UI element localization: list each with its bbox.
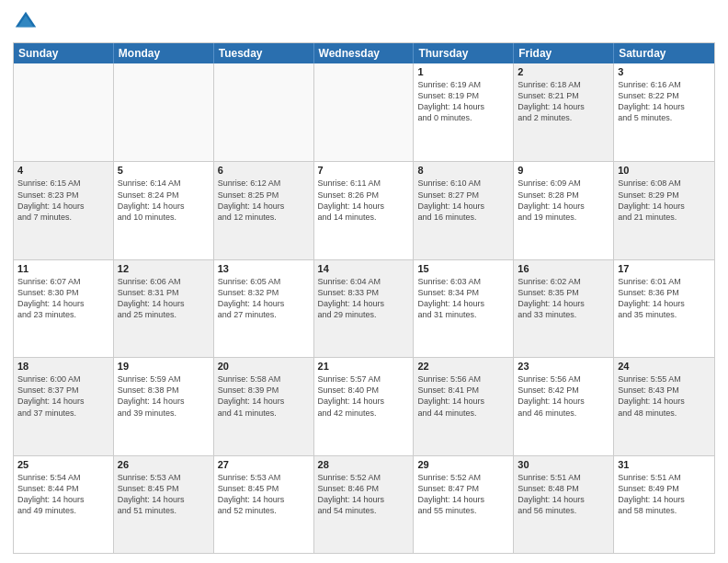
calendar-day-5: 5Sunrise: 6:14 AM Sunset: 8:24 PM Daylig… xyxy=(114,162,214,259)
day-info: Sunrise: 5:59 AM Sunset: 8:38 PM Dayligh… xyxy=(118,373,210,419)
day-number: 3 xyxy=(618,66,711,77)
calendar-day-12: 12Sunrise: 6:06 AM Sunset: 8:31 PM Dayli… xyxy=(114,260,214,357)
day-number: 1 xyxy=(417,66,509,77)
day-number: 17 xyxy=(618,263,711,274)
day-info: Sunrise: 6:07 AM Sunset: 8:30 PM Dayligh… xyxy=(17,276,109,321)
day-info: Sunrise: 5:52 AM Sunset: 8:47 PM Dayligh… xyxy=(417,472,509,517)
day-number: 26 xyxy=(118,459,210,470)
calendar-day-17: 17Sunrise: 6:01 AM Sunset: 8:36 PM Dayli… xyxy=(614,260,714,357)
calendar-day-10: 10Sunrise: 6:08 AM Sunset: 8:29 PM Dayli… xyxy=(614,162,714,259)
day-info: Sunrise: 6:14 AM Sunset: 8:24 PM Dayligh… xyxy=(118,178,210,223)
day-info: Sunrise: 6:08 AM Sunset: 8:29 PM Dayligh… xyxy=(618,178,711,223)
calendar-day-25: 25Sunrise: 5:54 AM Sunset: 8:44 PM Dayli… xyxy=(14,456,114,553)
day-info: Sunrise: 6:04 AM Sunset: 8:33 PM Dayligh… xyxy=(318,276,410,321)
day-number: 11 xyxy=(17,263,109,274)
day-number: 22 xyxy=(417,361,509,372)
day-number: 8 xyxy=(417,165,509,176)
day-info: Sunrise: 6:03 AM Sunset: 8:34 PM Dayligh… xyxy=(417,276,509,321)
weekday-header-sunday: Sunday xyxy=(14,43,114,63)
day-info: Sunrise: 6:18 AM Sunset: 8:21 PM Dayligh… xyxy=(518,79,609,124)
day-number: 27 xyxy=(218,459,310,470)
calendar-row-1: 1Sunrise: 6:19 AM Sunset: 8:19 PM Daylig… xyxy=(14,63,714,161)
calendar-day-3: 3Sunrise: 6:16 AM Sunset: 8:22 PM Daylig… xyxy=(614,63,714,161)
day-info: Sunrise: 6:00 AM Sunset: 8:37 PM Dayligh… xyxy=(17,373,109,419)
day-number: 21 xyxy=(318,361,410,372)
day-number: 18 xyxy=(17,361,109,372)
calendar-day-empty xyxy=(14,63,114,161)
calendar-day-9: 9Sunrise: 6:09 AM Sunset: 8:28 PM Daylig… xyxy=(514,162,614,259)
calendar: SundayMondayTuesdayWednesdayThursdayFrid… xyxy=(13,42,715,554)
weekday-header-tuesday: Tuesday xyxy=(214,43,314,63)
day-info: Sunrise: 6:10 AM Sunset: 8:27 PM Dayligh… xyxy=(417,178,509,223)
calendar-day-13: 13Sunrise: 6:05 AM Sunset: 8:32 PM Dayli… xyxy=(214,260,314,357)
calendar-day-4: 4Sunrise: 6:15 AM Sunset: 8:23 PM Daylig… xyxy=(14,162,114,259)
day-info: Sunrise: 6:15 AM Sunset: 8:23 PM Dayligh… xyxy=(17,178,109,223)
day-number: 16 xyxy=(518,263,609,274)
calendar-row-5: 25Sunrise: 5:54 AM Sunset: 8:44 PM Dayli… xyxy=(14,455,714,553)
day-number: 6 xyxy=(218,165,310,176)
header xyxy=(13,9,715,35)
day-info: Sunrise: 6:11 AM Sunset: 8:26 PM Dayligh… xyxy=(318,178,410,223)
day-info: Sunrise: 6:05 AM Sunset: 8:32 PM Dayligh… xyxy=(218,276,310,321)
day-number: 19 xyxy=(118,361,210,372)
calendar-day-22: 22Sunrise: 5:56 AM Sunset: 8:41 PM Dayli… xyxy=(414,358,514,454)
day-info: Sunrise: 5:51 AM Sunset: 8:49 PM Dayligh… xyxy=(618,472,711,517)
day-info: Sunrise: 6:09 AM Sunset: 8:28 PM Dayligh… xyxy=(518,178,609,223)
day-number: 24 xyxy=(618,361,711,372)
day-info: Sunrise: 5:56 AM Sunset: 8:41 PM Dayligh… xyxy=(417,373,509,419)
weekday-header-monday: Monday xyxy=(114,43,214,63)
day-info: Sunrise: 5:53 AM Sunset: 8:45 PM Dayligh… xyxy=(218,472,310,517)
calendar-day-26: 26Sunrise: 5:53 AM Sunset: 8:45 PM Dayli… xyxy=(114,456,214,553)
day-number: 2 xyxy=(518,66,609,77)
day-info: Sunrise: 6:19 AM Sunset: 8:19 PM Dayligh… xyxy=(417,79,509,124)
calendar-day-7: 7Sunrise: 6:11 AM Sunset: 8:26 PM Daylig… xyxy=(314,162,415,259)
weekday-header-friday: Friday xyxy=(514,43,614,63)
calendar-day-empty xyxy=(114,63,214,161)
calendar-row-4: 18Sunrise: 6:00 AM Sunset: 8:37 PM Dayli… xyxy=(14,357,714,454)
calendar-day-15: 15Sunrise: 6:03 AM Sunset: 8:34 PM Dayli… xyxy=(414,260,514,357)
weekday-header-thursday: Thursday xyxy=(414,43,514,63)
day-info: Sunrise: 5:51 AM Sunset: 8:48 PM Dayligh… xyxy=(518,472,609,517)
calendar-row-3: 11Sunrise: 6:07 AM Sunset: 8:30 PM Dayli… xyxy=(14,259,714,357)
day-number: 12 xyxy=(118,263,210,274)
calendar-day-18: 18Sunrise: 6:00 AM Sunset: 8:37 PM Dayli… xyxy=(14,358,114,454)
day-info: Sunrise: 6:02 AM Sunset: 8:35 PM Dayligh… xyxy=(518,276,609,321)
weekday-header-saturday: Saturday xyxy=(614,43,714,63)
day-number: 14 xyxy=(318,263,410,274)
day-number: 4 xyxy=(17,165,109,176)
calendar-row-2: 4Sunrise: 6:15 AM Sunset: 8:23 PM Daylig… xyxy=(14,161,714,259)
day-info: Sunrise: 6:01 AM Sunset: 8:36 PM Dayligh… xyxy=(618,276,711,321)
calendar-body: 1Sunrise: 6:19 AM Sunset: 8:19 PM Daylig… xyxy=(14,63,714,553)
day-number: 31 xyxy=(618,459,711,470)
calendar-day-14: 14Sunrise: 6:04 AM Sunset: 8:33 PM Dayli… xyxy=(314,260,415,357)
calendar-day-1: 1Sunrise: 6:19 AM Sunset: 8:19 PM Daylig… xyxy=(414,63,514,161)
calendar-day-empty xyxy=(314,63,415,161)
weekday-header-wednesday: Wednesday xyxy=(314,43,415,63)
day-number: 9 xyxy=(518,165,609,176)
calendar-header: SundayMondayTuesdayWednesdayThursdayFrid… xyxy=(14,43,714,63)
day-number: 15 xyxy=(417,263,509,274)
day-info: Sunrise: 5:56 AM Sunset: 8:42 PM Dayligh… xyxy=(518,373,609,419)
day-info: Sunrise: 5:53 AM Sunset: 8:45 PM Dayligh… xyxy=(118,472,210,517)
calendar-day-23: 23Sunrise: 5:56 AM Sunset: 8:42 PM Dayli… xyxy=(514,358,614,454)
day-number: 30 xyxy=(518,459,609,470)
calendar-day-2: 2Sunrise: 6:18 AM Sunset: 8:21 PM Daylig… xyxy=(514,63,614,161)
day-number: 28 xyxy=(318,459,410,470)
day-number: 13 xyxy=(218,263,310,274)
day-number: 23 xyxy=(518,361,609,372)
calendar-day-19: 19Sunrise: 5:59 AM Sunset: 8:38 PM Dayli… xyxy=(114,358,214,454)
day-info: Sunrise: 5:52 AM Sunset: 8:46 PM Dayligh… xyxy=(318,472,410,517)
calendar-day-20: 20Sunrise: 5:58 AM Sunset: 8:39 PM Dayli… xyxy=(214,358,314,454)
day-number: 5 xyxy=(118,165,210,176)
calendar-day-empty xyxy=(214,63,314,161)
day-number: 7 xyxy=(318,165,410,176)
day-number: 29 xyxy=(417,459,509,470)
day-info: Sunrise: 5:55 AM Sunset: 8:43 PM Dayligh… xyxy=(618,373,711,419)
day-info: Sunrise: 6:12 AM Sunset: 8:25 PM Dayligh… xyxy=(218,178,310,223)
page: SundayMondayTuesdayWednesdayThursdayFrid… xyxy=(0,0,728,563)
calendar-day-8: 8Sunrise: 6:10 AM Sunset: 8:27 PM Daylig… xyxy=(414,162,514,259)
day-number: 20 xyxy=(218,361,310,372)
day-number: 25 xyxy=(17,459,109,470)
day-info: Sunrise: 5:57 AM Sunset: 8:40 PM Dayligh… xyxy=(318,373,410,419)
day-info: Sunrise: 6:16 AM Sunset: 8:22 PM Dayligh… xyxy=(618,79,711,124)
